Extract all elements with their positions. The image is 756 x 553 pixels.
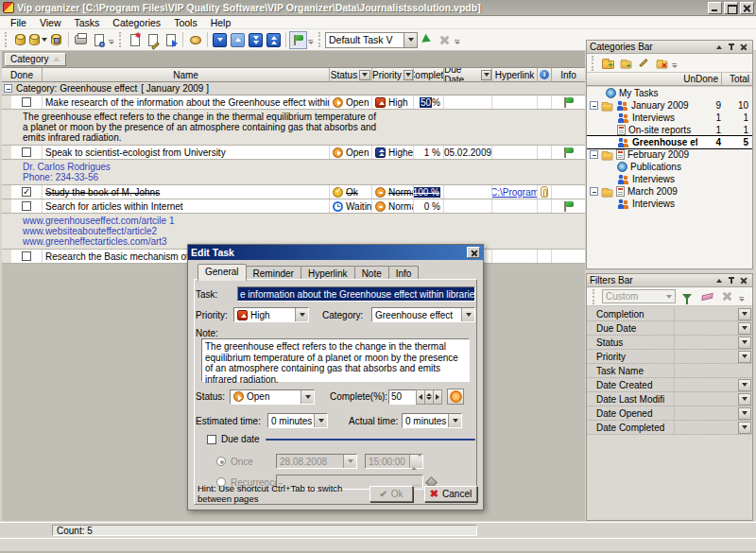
collapse-panel-icon[interactable] bbox=[713, 275, 725, 285]
complete-input[interactable]: 50 bbox=[388, 389, 417, 405]
close-panel-icon[interactable] bbox=[737, 275, 749, 285]
group-row[interactable]: Category: Greenhouse effect [ January 20… bbox=[2, 82, 585, 95]
note-link[interactable]: www.greenhouseeffect.com/artcile 1 bbox=[23, 216, 581, 226]
table-row[interactable]: Search for articles within Internet Wait… bbox=[2, 199, 585, 214]
note-link[interactable]: www.websiteabouteffect/article2 bbox=[23, 226, 581, 236]
dialog-close-icon[interactable] bbox=[467, 247, 480, 258]
priority-cell[interactable]: Highest bbox=[372, 146, 414, 159]
complete-cell[interactable]: 1 % bbox=[414, 146, 444, 159]
close-panel-icon[interactable] bbox=[737, 42, 749, 52]
done-checkbox[interactable] bbox=[22, 251, 31, 261]
filter-dropdown-icon[interactable] bbox=[738, 322, 751, 335]
save-database-icon[interactable] bbox=[47, 31, 65, 49]
status-dropdown-icon[interactable] bbox=[301, 390, 314, 404]
filter-row-status[interactable]: Status bbox=[587, 336, 752, 350]
new-task-icon[interactable]: ✱ bbox=[126, 31, 144, 49]
filter-preset-combo[interactable]: Custom bbox=[602, 289, 676, 303]
tree-item-publications[interactable]: Publications bbox=[587, 161, 752, 173]
status-cell[interactable]: Waiting bbox=[330, 199, 372, 213]
task-input[interactable]: e information about the Greenhouse effec… bbox=[237, 286, 475, 302]
task-name-cell[interactable]: Search for articles within Internet bbox=[43, 199, 330, 213]
tab-note[interactable]: Note bbox=[354, 266, 389, 280]
delete-category-icon[interactable]: ✕ bbox=[653, 55, 670, 71]
filter-dropdown-icon[interactable] bbox=[738, 351, 751, 363]
due-date-cell[interactable] bbox=[444, 95, 492, 109]
move-to-top-icon[interactable] bbox=[265, 31, 283, 49]
apply-view-icon[interactable] bbox=[418, 31, 436, 49]
menu-categories[interactable]: Categories bbox=[106, 16, 167, 29]
category-dropdown-icon[interactable] bbox=[461, 308, 474, 321]
menu-file[interactable]: File bbox=[4, 16, 33, 29]
move-down-icon[interactable] bbox=[211, 31, 229, 49]
column-name[interactable]: Name bbox=[43, 68, 330, 82]
priority-cell[interactable]: High bbox=[372, 95, 414, 109]
complete-cell[interactable]: 50 % bbox=[414, 95, 444, 109]
priority-filter-dropdown-icon[interactable] bbox=[404, 70, 413, 80]
status-cell[interactable]: Ok bbox=[330, 185, 372, 199]
tree-item-my-tasks[interactable]: My Tasks bbox=[587, 87, 752, 99]
task-name-cell[interactable]: Make research of the information about t… bbox=[43, 95, 330, 109]
collapse-node-icon[interactable] bbox=[590, 187, 598, 196]
priority-cell[interactable]: Normal bbox=[372, 199, 414, 213]
task-view-dropdown-icon[interactable] bbox=[404, 33, 417, 47]
filter-dropdown-icon[interactable] bbox=[738, 337, 751, 349]
tab-reminder[interactable]: Reminder bbox=[246, 266, 301, 280]
backup-database-icon[interactable] bbox=[11, 31, 29, 49]
close-button[interactable] bbox=[740, 2, 754, 14]
menu-tasks[interactable]: Tasks bbox=[68, 16, 107, 29]
column-complete[interactable]: Complete bbox=[414, 68, 444, 82]
status-filter-dropdown-icon[interactable] bbox=[359, 70, 370, 80]
move-to-bottom-icon[interactable] bbox=[247, 31, 265, 49]
column-status[interactable]: Status bbox=[330, 68, 372, 82]
table-row[interactable]: Speak to scientist-ecologist from Univer… bbox=[2, 146, 585, 160]
collapse-node-icon[interactable] bbox=[590, 101, 598, 110]
status-cell[interactable]: Open bbox=[330, 95, 372, 109]
table-row[interactable]: Study the book of M. Johns Ok Normal 100… bbox=[2, 185, 585, 199]
filter-row-date-opened[interactable]: Date Opened bbox=[587, 406, 752, 421]
close-filter-icon[interactable] bbox=[718, 288, 735, 304]
toolbar-overflow-icon[interactable] bbox=[108, 32, 114, 47]
tree-item-january-2009[interactable]: January 2009 910 bbox=[587, 99, 752, 112]
filter-row-date-completed[interactable]: Date Completed bbox=[587, 421, 752, 435]
groupby-category-chip[interactable]: Category bbox=[5, 53, 66, 66]
note-textarea[interactable]: The greenhouse effect refers to the chan… bbox=[201, 338, 470, 382]
open-database-icon[interactable] bbox=[29, 31, 47, 49]
cancel-button[interactable]: ✖ Cancel bbox=[424, 486, 477, 502]
menu-tools[interactable]: Tools bbox=[167, 16, 204, 29]
status-combo[interactable]: Open bbox=[230, 389, 315, 405]
priority-combo[interactable]: High bbox=[233, 307, 309, 322]
filter-dropdown-icon[interactable] bbox=[738, 393, 751, 406]
new-category-icon[interactable]: + bbox=[599, 55, 616, 71]
filter-row-completion[interactable]: Completion bbox=[587, 307, 752, 321]
menu-view[interactable]: View bbox=[33, 16, 68, 29]
pin-panel-icon[interactable] bbox=[725, 275, 737, 285]
once-time-updown-icon[interactable] bbox=[409, 455, 422, 468]
once-date-dropdown-icon[interactable] bbox=[343, 455, 356, 468]
collapse-group-icon[interactable] bbox=[4, 84, 12, 93]
filter-dropdown-icon[interactable] bbox=[738, 422, 751, 434]
due-date-cell[interactable]: 05.02.2009 bbox=[444, 146, 492, 159]
task-name-cell[interactable]: Speak to scientist-ecologist from Univer… bbox=[43, 146, 330, 159]
column-due-date[interactable]: Due Date bbox=[444, 68, 492, 82]
column-info[interactable]: Info bbox=[552, 68, 585, 82]
priority-dropdown-icon[interactable] bbox=[295, 308, 308, 321]
print-preview-icon[interactable] bbox=[90, 31, 108, 49]
priority-cell[interactable]: Normal bbox=[372, 185, 414, 199]
filter-dropdown-icon[interactable] bbox=[738, 308, 751, 320]
edit-category-icon[interactable] bbox=[635, 55, 652, 71]
collapse-panel-icon[interactable] bbox=[713, 42, 725, 52]
hyperlink-cell[interactable]: C:\Program bbox=[492, 185, 538, 199]
tree-item-february-2009[interactable]: February 2009 bbox=[587, 148, 752, 161]
filter-row-priority[interactable]: Priority bbox=[587, 350, 752, 364]
filter-dropdown-icon[interactable] bbox=[738, 379, 751, 391]
column-attachment[interactable]: i bbox=[538, 68, 552, 82]
filter-row-date-created[interactable]: Date Created bbox=[587, 378, 752, 392]
step-max-icon[interactable] bbox=[433, 389, 442, 405]
column-hyperlink[interactable]: Hyperlink bbox=[492, 68, 538, 82]
tree-item-march-2009[interactable]: March 2009 bbox=[587, 185, 752, 198]
task-view-combo[interactable]: Default Task V bbox=[325, 32, 418, 48]
toolbar-overflow-icon[interactable] bbox=[454, 32, 460, 47]
estimated-time-dropdown-icon[interactable] bbox=[314, 414, 327, 427]
delete-view-icon[interactable] bbox=[436, 31, 454, 49]
task-name-cell[interactable]: Study the book of M. Johns bbox=[43, 185, 330, 199]
